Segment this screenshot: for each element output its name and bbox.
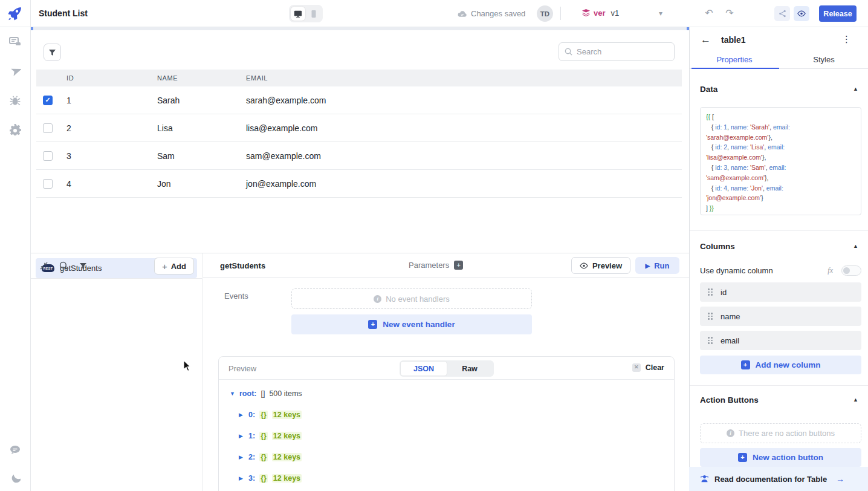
- json-tree-row[interactable]: ▶1:{}12 keys: [239, 430, 302, 442]
- tab-styles[interactable]: Styles: [779, 53, 868, 68]
- redo-button[interactable]: ↷: [723, 7, 736, 21]
- tree-meta: 12 keys: [272, 453, 302, 461]
- table-data-code-editor[interactable]: {{ [ { id: 1, name: 'Sarah', email:'sara…: [700, 107, 861, 215]
- table-row[interactable]: 3Samsam@example.com: [36, 142, 682, 170]
- tree-key: 0:: [248, 411, 255, 419]
- plus-square-icon: +: [738, 453, 747, 462]
- table-row[interactable]: 2Lisalisa@example.com: [36, 114, 682, 142]
- parameters-control[interactable]: Parameters +: [409, 261, 463, 270]
- column-header-id[interactable]: ID: [60, 74, 151, 82]
- close-icon[interactable]: ✕: [632, 363, 641, 372]
- user-avatar[interactable]: TD: [537, 5, 553, 22]
- collapse-data-icon[interactable]: ▲: [853, 86, 858, 92]
- canvas-resize-handle[interactable]: [31, 27, 33, 30]
- tree-expand-icon[interactable]: ▶: [239, 475, 244, 481]
- add-new-column-button[interactable]: + Add new column: [700, 356, 861, 374]
- back-icon[interactable]: ←: [701, 34, 711, 46]
- tree-expand-icon[interactable]: ▼: [230, 391, 235, 397]
- canvas-pointer-icon[interactable]: [8, 64, 22, 79]
- comments-icon[interactable]: [8, 35, 22, 50]
- widget-name[interactable]: table1: [721, 35, 745, 45]
- debug-bug-icon[interactable]: [8, 94, 22, 108]
- drag-handle-icon[interactable]: [708, 313, 713, 320]
- column-item[interactable]: id: [700, 282, 861, 302]
- help-chat-icon[interactable]: [8, 443, 22, 457]
- tree-expand-icon[interactable]: ▶: [239, 454, 244, 460]
- add-parameter-icon[interactable]: +: [454, 261, 463, 270]
- new-event-handler-button[interactable]: + New event handler: [291, 314, 532, 334]
- new-action-button[interactable]: + New action button: [700, 448, 861, 467]
- column-item[interactable]: email: [700, 331, 861, 350]
- tree-expand-icon[interactable]: ▶: [239, 412, 244, 418]
- settings-gear-icon[interactable]: [8, 122, 22, 137]
- desktop-view-icon[interactable]: [291, 7, 305, 21]
- tree-bracket: []: [261, 389, 265, 398]
- plus-square-icon: +: [741, 360, 750, 369]
- cell-id: 4: [60, 179, 151, 189]
- action-buttons-section-title[interactable]: Action Buttons: [700, 395, 759, 405]
- code-token: name:: [731, 184, 748, 192]
- filter-queries-icon[interactable]: [79, 262, 87, 270]
- dark-mode-moon-icon[interactable]: [8, 472, 22, 486]
- columns-section-title[interactable]: Columns: [700, 242, 735, 251]
- json-tree-row[interactable]: ▶2:{}12 keys: [239, 451, 302, 463]
- collapse-panel-icon[interactable]: [39, 261, 48, 270]
- undo-button[interactable]: ↶: [702, 7, 716, 21]
- clear-response[interactable]: ✕ Clear: [632, 363, 664, 372]
- query-preview-button[interactable]: Preview: [571, 257, 630, 274]
- data-section-title[interactable]: Data: [700, 85, 717, 94]
- code-token: }: [761, 194, 763, 201]
- tree-bracket: {}: [259, 411, 268, 419]
- json-tree-row[interactable]: ▶0:{}12 keys: [239, 409, 302, 421]
- code-token: 'sarah@example.com': [706, 134, 768, 141]
- json-tree-row[interactable]: ▼root:[]500 items: [230, 388, 302, 400]
- top-bar: Student List Changes saved TD ver v1 ▾ ↶…: [0, 0, 868, 27]
- preview-mode-button[interactable]: [794, 6, 809, 21]
- version-selector[interactable]: ver v1: [581, 8, 619, 18]
- collapse-columns-icon[interactable]: ▲: [853, 243, 858, 249]
- code-line: { id: 1, name: 'Sarah', email:: [706, 122, 855, 132]
- row-checkbox[interactable]: [43, 179, 53, 189]
- mobile-view-icon[interactable]: [306, 7, 321, 21]
- code-line: { id: 3, name: 'Sam', email:: [706, 163, 855, 173]
- cell-id: 1: [60, 96, 151, 105]
- column-header-name[interactable]: NAME: [151, 74, 240, 82]
- eye-icon: [797, 10, 806, 17]
- table-filter-button[interactable]: [44, 44, 61, 61]
- drag-handle-icon[interactable]: [708, 337, 713, 344]
- collapse-actions-icon[interactable]: ▲: [853, 397, 858, 403]
- drag-handle-icon[interactable]: [708, 288, 713, 296]
- app-logo-rocket-icon[interactable]: [5, 4, 24, 24]
- tree-expand-icon[interactable]: ▶: [239, 433, 244, 439]
- documentation-link[interactable]: Read documentation for Table →: [689, 467, 868, 491]
- row-checkbox[interactable]: [43, 123, 53, 133]
- share-button[interactable]: [774, 6, 790, 21]
- dynamic-column-toggle[interactable]: [841, 265, 861, 276]
- query-name[interactable]: getStudents: [220, 261, 265, 270]
- search-queries-icon[interactable]: [59, 261, 68, 270]
- release-button[interactable]: Release: [819, 5, 857, 22]
- json-tree-row[interactable]: ▶3:{}12 keys: [239, 472, 302, 484]
- more-options-kebab-icon[interactable]: ⋮: [842, 34, 851, 45]
- columns-list: idnameemail: [700, 282, 861, 355]
- tab-raw[interactable]: Raw: [447, 362, 493, 376]
- run-query-button[interactable]: ▶ Run: [635, 257, 679, 274]
- chevron-down-icon[interactable]: ▾: [659, 9, 662, 18]
- tree-bracket: {}: [259, 453, 268, 461]
- tab-properties[interactable]: Properties: [690, 53, 779, 68]
- table-row[interactable]: 4Jonjon@example.com: [36, 170, 682, 198]
- fx-js-toggle-icon[interactable]: fx: [828, 266, 833, 275]
- table-search-input[interactable]: [577, 47, 661, 56]
- add-query-button[interactable]: + Add: [154, 258, 194, 275]
- table-search[interactable]: [559, 42, 675, 61]
- table-row[interactable]: ✓1Sarahsarah@example.com: [36, 86, 682, 114]
- app-canvas[interactable]: ID NAME EMAIL ✓1Sarahsarah@example.com2L…: [31, 27, 689, 253]
- column-item[interactable]: name: [700, 307, 861, 326]
- row-checkbox[interactable]: [43, 151, 53, 161]
- tab-json[interactable]: JSON: [401, 362, 447, 376]
- use-dynamic-column-label: Use dynamic column: [700, 266, 773, 275]
- row-checkbox[interactable]: ✓: [43, 96, 53, 105]
- device-toggle[interactable]: [289, 5, 323, 22]
- column-header-email[interactable]: EMAIL: [240, 74, 682, 82]
- funnel-icon: [48, 49, 56, 56]
